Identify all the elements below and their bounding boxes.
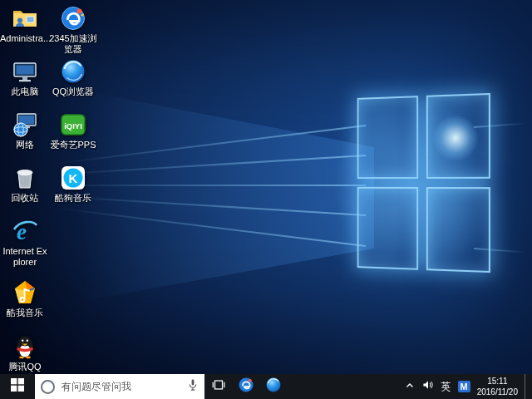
windows-logo-icon	[11, 378, 24, 395]
desktop-icon-qq-browser[interactable]: QQ浏览器	[49, 58, 97, 97]
system-tray: 英 M 15:11 2016/11/20	[405, 374, 532, 399]
microphone-icon[interactable]	[187, 378, 199, 395]
search-input[interactable]	[60, 380, 182, 393]
desktop-icon-this-pc[interactable]: 此电脑	[1, 58, 49, 97]
chevron-up-icon	[405, 379, 415, 394]
network-icon	[12, 111, 38, 138]
icon-label: Administra...	[0, 33, 50, 44]
icon-label: 爱奇艺PPS	[50, 140, 96, 150]
desktop-icon-recycle-bin[interactable]: 回收站	[1, 165, 49, 204]
clock[interactable]: 15:11 2016/11/20	[477, 376, 518, 397]
start-button[interactable]	[0, 374, 35, 399]
icon-label: 2345加速浏览器	[49, 33, 97, 55]
qq-browser-icon	[265, 377, 282, 397]
icon-label: 酷狗音乐	[55, 193, 91, 204]
qq-browser-icon	[60, 58, 86, 85]
recycle-bin-icon	[12, 165, 38, 191]
desktop-icon-administrator[interactable]: Administra...	[1, 5, 49, 44]
volume-icon	[421, 378, 435, 395]
task-view-button[interactable]	[204, 374, 232, 399]
icon-label: 此电脑	[12, 86, 39, 97]
screen: Administra... 此电脑 网络 回收站 e Internet Expl…	[0, 0, 532, 399]
desktop-icon-iqiyi-pps[interactable]: iQIYI 爱奇艺PPS	[49, 111, 97, 150]
desktop-icon-internet-explorer[interactable]: e Internet Explorer	[1, 218, 49, 268]
icon-label: 回收站	[12, 193, 39, 204]
taskbar-2345-browser[interactable]	[232, 374, 259, 399]
desktop-icon-kuwo-music[interactable]: 酷我音乐	[1, 279, 49, 318]
desktop[interactable]: Administra... 此电脑 网络 回收站 e Internet Expl…	[0, 0, 532, 374]
task-view-icon	[211, 377, 226, 396]
taskbar-search[interactable]	[35, 374, 204, 399]
svg-text:K: K	[69, 171, 78, 185]
internet-explorer-icon: e	[12, 218, 38, 244]
icon-label: QQ浏览器	[52, 86, 94, 97]
administrator-folder-icon	[12, 5, 38, 32]
kuwo-music-icon	[12, 279, 38, 306]
2345-browser-icon	[238, 377, 254, 397]
desktop-icon-kugou-music[interactable]: K 酷狗音乐	[49, 165, 97, 204]
desktop-icon-2345-browser[interactable]: 2345加速浏览器	[49, 5, 97, 55]
ime-badge[interactable]: M	[458, 381, 470, 392]
icon-label: 腾讯QQ	[8, 362, 41, 372]
cortana-icon	[41, 380, 55, 394]
clock-time: 15:11	[477, 376, 518, 387]
ime-indicator[interactable]: 英	[441, 380, 451, 394]
2345-browser-icon	[60, 5, 86, 32]
show-desktop-button[interactable]	[525, 374, 530, 399]
taskbar: 英 M 15:11 2016/11/20	[0, 374, 532, 399]
icon-label: 酷我音乐	[7, 308, 43, 318]
svg-text:iQIYI: iQIYI	[64, 121, 82, 131]
icon-label: 网络	[16, 140, 34, 150]
icon-label: Internet Explorer	[1, 246, 49, 268]
this-pc-icon	[12, 58, 38, 85]
iqiyi-pps-icon: iQIYI	[60, 111, 86, 138]
volume-button[interactable]	[421, 378, 435, 395]
kugou-music-icon: K	[60, 165, 86, 191]
desktop-icon-tencent-qq[interactable]: 腾讯QQ	[1, 333, 49, 372]
desktop-icon-network[interactable]: 网络	[1, 111, 49, 150]
taskbar-qq-browser[interactable]	[259, 374, 287, 399]
clock-date: 2016/11/20	[477, 387, 518, 397]
tencent-qq-icon	[12, 333, 38, 360]
hidden-icons-chevron[interactable]	[405, 379, 415, 394]
